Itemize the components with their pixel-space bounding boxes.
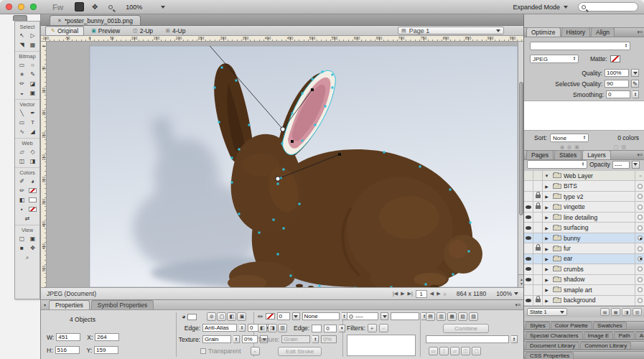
- lock-toggle[interactable]: [533, 264, 543, 274]
- arrange-button[interactable]: ◫: [461, 347, 470, 355]
- close-tab-icon[interactable]: ✕: [57, 18, 62, 24]
- delete-color-icon[interactable]: ▥: [621, 144, 626, 150]
- fill-option-button[interactable]: ▢: [217, 312, 226, 321]
- stroke-option-button[interactable]: ◨: [268, 324, 277, 332]
- collapsed-panel-tab[interactable]: Common Library: [580, 342, 631, 350]
- tool-button[interactable]: ◫: [17, 157, 27, 166]
- tool-button[interactable]: ⇄: [22, 214, 33, 223]
- tool-button[interactable]: ▣: [27, 88, 38, 98]
- zoom-tool-icon[interactable]: [106, 2, 116, 11]
- opacity-field[interactable]: ----: [612, 161, 630, 169]
- layer-select-radio[interactable]: [635, 171, 644, 180]
- zoom-window-button[interactable]: [30, 4, 37, 10]
- transparent-checkbox[interactable]: [200, 348, 206, 354]
- rebuild-icon[interactable]: ◉: [560, 144, 564, 150]
- toolbar-dock-handle[interactable]: ⋯: [13, 15, 27, 21]
- layer-select-radio[interactable]: [635, 296, 644, 305]
- layer-select-radio[interactable]: [635, 254, 644, 264]
- layer-name-field[interactable]: ▲▼: [527, 160, 587, 169]
- fill-option-button[interactable]: ⊘: [207, 312, 216, 321]
- collapsed-panel-tab[interactable]: Special Characters: [526, 332, 583, 340]
- document-zoom-dropdown[interactable]: 100%: [496, 290, 518, 297]
- tool-button[interactable]: T: [27, 118, 38, 127]
- close-window-button[interactable]: [6, 4, 12, 10]
- smoothing-field[interactable]: 0: [606, 90, 630, 98]
- collapsed-panel-tab[interactable]: Auto Shi: [635, 332, 644, 340]
- sort-dropdown[interactable]: None ▲▼: [550, 134, 589, 142]
- tab-states[interactable]: States: [554, 150, 582, 159]
- layer-select-radio[interactable]: [635, 223, 644, 232]
- layer-row[interactable]: background: [524, 296, 644, 306]
- visibility-toggle[interactable]: [524, 213, 533, 222]
- tool-button[interactable]: ◪: [27, 79, 38, 88]
- stroke-category-dropdown[interactable]: None: [302, 312, 340, 320]
- new-layer-icon[interactable]: ▦: [611, 308, 620, 316]
- collapsed-panel-tab[interactable]: Image E: [584, 332, 614, 340]
- hand-tool-icon[interactable]: ✥: [90, 2, 100, 11]
- tab-2up[interactable]: ◫ 2-Up: [127, 26, 159, 36]
- tab-align[interactable]: Align: [591, 27, 615, 37]
- export-format-dropdown[interactable]: JPEG ▲▼: [530, 55, 579, 63]
- stroke-size-dropdown[interactable]: [292, 312, 300, 320]
- first-state-button[interactable]: |◀: [393, 291, 398, 297]
- visibility-toggle[interactable]: [524, 285, 533, 294]
- edit-color-icon[interactable]: ▢: [614, 144, 619, 150]
- arrange-button[interactable]: ▯: [439, 347, 449, 355]
- expand-arrow-icon[interactable]: [543, 192, 551, 201]
- stroke-edge-field[interactable]: [312, 325, 322, 332]
- expand-arrow-icon[interactable]: [543, 233, 551, 243]
- visibility-toggle[interactable]: [524, 181, 533, 190]
- lock-toggle[interactable]: [533, 202, 543, 211]
- tool-button[interactable]: ✐: [17, 177, 27, 186]
- fill-texture-amount-field[interactable]: 0%: [242, 335, 258, 343]
- layer-row[interactable]: surfacing: [524, 223, 644, 233]
- lock-toggle[interactable]: [533, 254, 543, 264]
- document-tab[interactable]: ✕ *poster_bunny_001b.png: [50, 15, 141, 25]
- tab-layers[interactable]: Layers: [582, 150, 611, 159]
- layer-row[interactable]: type v2: [524, 192, 644, 202]
- new-sublayer-icon[interactable]: ▤: [600, 308, 610, 316]
- layer-row[interactable]: crumbs: [524, 264, 644, 274]
- tool-button[interactable]: ▣: [27, 234, 38, 243]
- expand-arrow-icon[interactable]: [543, 254, 551, 264]
- layer-select-radio[interactable]: [635, 275, 644, 284]
- tab-history[interactable]: History: [561, 27, 590, 37]
- collapsed-panel-tab[interactable]: Path: [614, 332, 634, 340]
- tool-button[interactable]: ◧: [17, 195, 27, 205]
- tool-button[interactable]: ▭: [17, 118, 27, 127]
- visibility-toggle[interactable]: [524, 243, 533, 253]
- minimize-window-button[interactable]: [18, 4, 24, 10]
- lock-toggle[interactable]: [533, 233, 543, 243]
- tool-button[interactable]: ◇: [27, 147, 38, 157]
- last-state-button[interactable]: ▶|: [408, 291, 413, 297]
- stepper-icon[interactable]: ▲▼: [312, 335, 319, 343]
- edit-stroke-button[interactable]: Edit Stroke: [278, 347, 322, 356]
- visibility-toggle[interactable]: [524, 233, 533, 243]
- collapsed-panel-tab[interactable]: Swatches: [593, 322, 627, 330]
- play-button[interactable]: ▶: [401, 291, 404, 297]
- stepper-icon[interactable]: ▲▼: [511, 335, 518, 343]
- current-state-field[interactable]: 1: [416, 290, 427, 298]
- previous-state-button[interactable]: ◀: [430, 291, 434, 297]
- layer-select-radio[interactable]: [635, 213, 644, 222]
- collapsed-panel-tab[interactable]: Color Palette: [551, 322, 592, 330]
- height-field[interactable]: 516: [55, 346, 80, 354]
- tool-button[interactable]: ✎: [27, 70, 38, 79]
- stroke-option-button[interactable]: ◧: [258, 324, 267, 332]
- search-input[interactable]: [578, 2, 638, 11]
- tab-optimize[interactable]: Optimize: [526, 27, 561, 37]
- tool-button[interactable]: ▦: [27, 40, 38, 50]
- layer-row[interactable]: ear: [524, 254, 644, 264]
- remove-filter-button[interactable]: −: [379, 324, 388, 332]
- tab-original[interactable]: ✎ Original: [45, 26, 84, 36]
- visibility-toggle[interactable]: [524, 296, 533, 305]
- fill-texture-dropdown[interactable]: Grain: [202, 335, 231, 343]
- panel-menu-icon[interactable]: ▾≡: [637, 29, 643, 35]
- expand-arrow-icon[interactable]: [543, 213, 551, 222]
- width-field[interactable]: 451: [56, 333, 80, 341]
- lock-toggle[interactable]: [533, 296, 543, 305]
- combine-mode-button[interactable]: ▤: [426, 312, 435, 321]
- combine-button[interactable]: Combine: [443, 324, 489, 333]
- next-state-button[interactable]: ▶: [437, 291, 440, 297]
- y-field[interactable]: 159: [94, 346, 118, 354]
